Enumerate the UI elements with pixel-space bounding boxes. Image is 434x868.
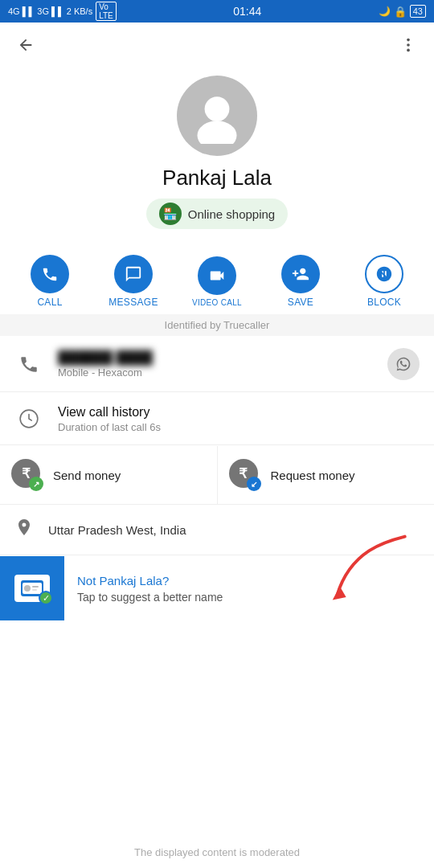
contact-tag: 🏪 Online shopping	[146, 199, 288, 229]
svg-point-3	[205, 96, 230, 121]
location-icon	[14, 518, 34, 542]
moon-icon: 🌙	[379, 6, 391, 17]
send-money-button[interactable]: ₹ ↗ Send money	[0, 446, 218, 504]
svg-point-2	[407, 49, 410, 52]
send-arrow-badge: ↗	[29, 477, 43, 491]
call-history-title: View call history	[58, 405, 420, 420]
phone-carrier: Mobile - Hexacom	[58, 366, 373, 379]
save-icon-circle	[281, 255, 320, 293]
tag-icon: 🏪	[159, 203, 182, 225]
moderated-note: The displayed content is moderated	[0, 837, 434, 868]
money-row: ₹ ↗ Send money ₹ ↙ Request money	[0, 446, 434, 505]
message-label: MESSAGE	[108, 297, 158, 308]
call-icon-circle	[31, 255, 69, 293]
send-money-icon-wrap: ₹ ↗	[11, 459, 43, 491]
not-name-content: Not Pankaj Lala? Tap to suggest a better…	[64, 563, 434, 615]
videocall-label: VIDEO CALL	[192, 298, 242, 307]
call-label: CALL	[37, 297, 62, 308]
network-info: 4G ▌▌ 3G ▌▌ 2 KB/s	[8, 6, 92, 16]
avatar	[177, 76, 257, 156]
request-money-button[interactable]: ₹ ↙ Request money	[218, 446, 435, 504]
phone-card-icon	[14, 350, 43, 379]
call-history-icon	[14, 404, 43, 433]
volte-badge: VoLTE	[96, 2, 117, 21]
chat-bubble-button[interactable]	[387, 348, 420, 380]
message-action[interactable]: MESSAGE	[101, 255, 166, 308]
identified-bar: Identified by Truecaller	[0, 314, 434, 336]
message-icon-circle	[114, 255, 153, 293]
call-history-subtitle: Duration of last call 6s	[58, 421, 420, 433]
location-text: Uttar Pradesh West, India	[48, 523, 186, 537]
request-money-icon-wrap: ₹ ↙	[229, 459, 261, 491]
tag-label: Online shopping	[188, 207, 275, 221]
svg-rect-10	[32, 589, 37, 591]
biz-check-icon: ✓	[39, 591, 53, 605]
svg-point-1	[407, 43, 410, 47]
send-money-label: Send money	[53, 469, 121, 482]
request-money-label: Request money	[271, 469, 355, 482]
status-right: 🌙 🔒 43	[379, 5, 426, 18]
contact-name: Pankaj Lala	[162, 166, 272, 190]
call-history-content: View call history Duration of last call …	[58, 405, 420, 433]
top-bar	[0, 23, 434, 68]
status-time: 01:44	[233, 5, 261, 18]
more-options-button[interactable]	[394, 31, 423, 59]
save-label: SAVE	[288, 297, 313, 308]
status-left: 4G ▌▌ 3G ▌▌ 2 KB/s VoLTE	[8, 2, 117, 21]
not-name-contact: Pankaj Lala	[100, 574, 162, 588]
videocall-icon-circle	[198, 256, 236, 295]
svg-point-8	[24, 585, 31, 592]
videocall-action[interactable]: VIDEO CALL	[185, 256, 249, 307]
not-name-line2: Tap to suggest a better name	[77, 591, 421, 604]
phone-number: ██████ ████	[58, 350, 373, 365]
not-name-row[interactable]: ✓ Not Pankaj Lala? Tap to suggest a bett…	[0, 556, 434, 620]
phone-info-card[interactable]: ██████ ████ Mobile - Hexacom	[0, 337, 434, 392]
svg-point-0	[407, 39, 410, 42]
action-bar: CALL MESSAGE VIDEO CALL SAVE BLOCK	[8, 245, 426, 314]
battery-icon: 43	[410, 5, 426, 18]
block-action[interactable]: BLOCK	[352, 255, 416, 308]
svg-point-4	[198, 121, 237, 144]
not-name-line1: Not Pankaj Lala?	[77, 574, 421, 588]
location-row: Uttar Pradesh West, India	[0, 505, 434, 555]
profile-section: Pankaj Lala 🏪 Online shopping	[0, 68, 434, 245]
call-action[interactable]: CALL	[18, 255, 82, 308]
block-icon-circle	[365, 255, 403, 293]
block-label: BLOCK	[367, 297, 401, 308]
phone-card-content: ██████ ████ Mobile - Hexacom	[58, 350, 373, 379]
back-button[interactable]	[11, 31, 40, 59]
call-history-card[interactable]: View call history Duration of last call …	[0, 393, 434, 445]
request-arrow-badge: ↙	[247, 477, 261, 491]
status-bar: 4G ▌▌ 3G ▌▌ 2 KB/s VoLTE 01:44 🌙 🔒 43	[0, 0, 434, 23]
lock-icon: 🔒	[394, 6, 407, 18]
business-card-icon: ✓	[14, 575, 50, 602]
not-name-icon-box: ✓	[0, 556, 64, 620]
svg-rect-9	[32, 586, 39, 588]
save-action[interactable]: SAVE	[268, 255, 333, 308]
